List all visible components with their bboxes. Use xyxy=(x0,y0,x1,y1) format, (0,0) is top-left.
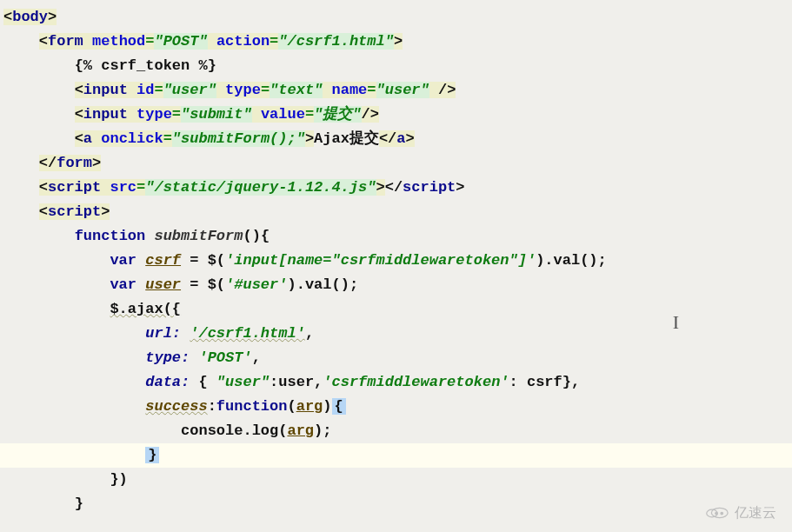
code-line: <script> xyxy=(0,200,792,224)
cloud-icon xyxy=(703,502,729,523)
svg-point-2 xyxy=(715,512,718,515)
watermark: 亿速云 xyxy=(703,502,776,523)
code-line: <input id="user" type="text" name="user"… xyxy=(0,78,792,103)
code-line: } xyxy=(0,492,792,516)
code-line: data: { "user":user,'csrfmiddlewaretoken… xyxy=(0,370,792,395)
code-line: } xyxy=(0,443,792,468)
code-line: <input type="submit" value="提交"/> xyxy=(0,103,792,127)
code-line: <form method="POST" action="/csrf1.html"… xyxy=(0,30,792,54)
code-editor: <body> <form method="POST" action="/csrf… xyxy=(0,0,792,516)
code-line: {% csrf_token %} xyxy=(0,54,792,78)
code-line: <a onclick="submitForm();">Ajax提交</a> xyxy=(0,127,792,151)
code-line: function submitForm(){ xyxy=(0,224,792,249)
code-line: }) xyxy=(0,468,792,492)
svg-point-3 xyxy=(721,512,723,515)
code-line: type: 'POST', xyxy=(0,346,792,370)
code-line: console.log(arg); xyxy=(0,419,792,443)
code-line: var csrf = $('input[name="csrfmiddleware… xyxy=(0,249,792,273)
code-line: var user = $('#user').val(); xyxy=(0,273,792,297)
text-cursor: I xyxy=(673,311,679,334)
code-line: <body> xyxy=(0,5,792,30)
code-line: </form> xyxy=(0,151,792,176)
code-line: success:function(arg){ xyxy=(0,395,792,419)
watermark-text: 亿速云 xyxy=(735,504,776,522)
code-line: <script src="/static/jquery-1.12.4.js"><… xyxy=(0,176,792,200)
